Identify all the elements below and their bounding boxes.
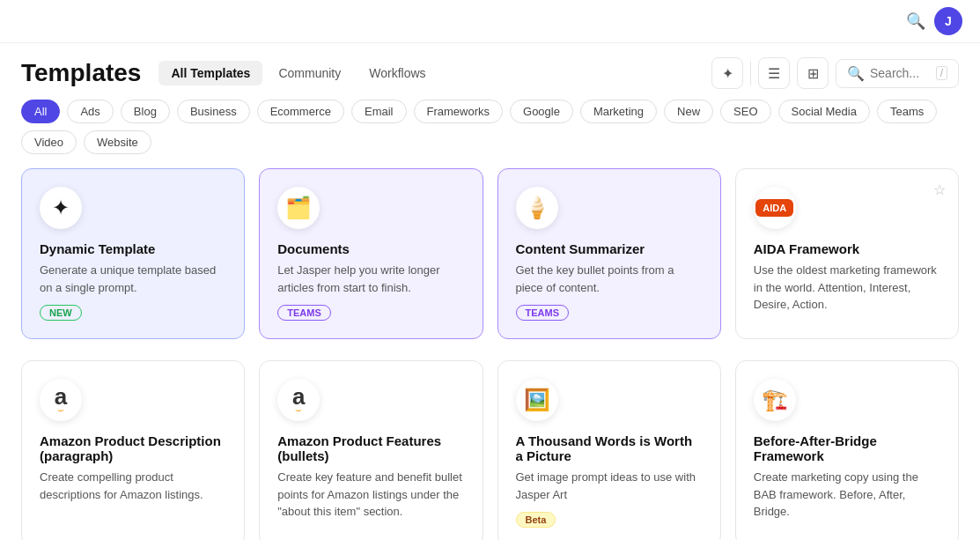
search-input[interactable] xyxy=(870,66,931,80)
search-box[interactable]: 🔍 / xyxy=(836,59,959,88)
header-actions: ✦ ☰ ⊞ 🔍 / xyxy=(711,57,959,89)
filter-ads[interactable]: Ads xyxy=(67,100,113,123)
tab-community[interactable]: Community xyxy=(266,61,353,85)
filter-all[interactable]: All xyxy=(21,100,60,123)
grid-view-btn[interactable]: ⊞ xyxy=(797,57,829,89)
filter-google[interactable]: Google xyxy=(510,100,573,123)
card-icon-amazon: a ⌣ xyxy=(40,379,82,421)
filter-marketing[interactable]: Marketing xyxy=(580,100,657,123)
card-title: Content Summarizer xyxy=(516,241,703,256)
card-icon-cup: 🍦 xyxy=(516,187,558,229)
filter-business[interactable]: Business xyxy=(177,100,250,123)
aida-badge-label: AIDA xyxy=(755,199,793,217)
filter-email[interactable]: Email xyxy=(351,100,407,123)
search-slash: / xyxy=(936,66,947,80)
card-title: Amazon Product Description (paragraph) xyxy=(40,433,226,463)
card-icon-aida: AIDA xyxy=(754,187,796,229)
star-icon[interactable]: ☆ xyxy=(933,181,946,198)
cards-row2: a ⌣ Amazon Product Description (paragrap… xyxy=(0,360,980,540)
filter-social-media[interactable]: Social Media xyxy=(778,100,870,123)
card-icon-sparkle: ✦ xyxy=(40,187,82,229)
tab-all-templates[interactable]: All Templates xyxy=(158,61,262,85)
card-badge-new: NEW xyxy=(40,305,82,321)
card-amazon-product-features[interactable]: a ⌣ Amazon Product Features (bullets) Cr… xyxy=(259,360,483,540)
avatar[interactable]: J xyxy=(934,7,962,35)
top-bar: 🔍 J xyxy=(0,0,980,43)
header: Templates All Templates Community Workfl… xyxy=(0,43,980,100)
card-badge-teams: TEAMS xyxy=(277,305,331,321)
card-desc: Generate a unique template based on a si… xyxy=(40,262,226,296)
card-desc: Get image prompt ideas to use with Jaspe… xyxy=(516,469,703,503)
card-desc: Create key feature and benefit bullet po… xyxy=(277,469,464,521)
cards-row1: ✦ Dynamic Template Generate a unique tem… xyxy=(0,168,980,360)
card-icon-edit: 🗂️ xyxy=(277,187,320,229)
filter-website[interactable]: Website xyxy=(84,130,151,154)
filter-bar: All Ads Blog Business Ecommerce Email Fr… xyxy=(0,100,980,168)
filter-seo[interactable]: SEO xyxy=(720,100,770,123)
card-badge-teams: TEAMS xyxy=(516,305,570,321)
card-desc: Create marketing copy using the BAB fram… xyxy=(754,469,940,521)
search-icon[interactable]: 🔍 xyxy=(906,11,925,31)
tab-workflows[interactable]: Workflows xyxy=(357,61,438,85)
card-aida-framework[interactable]: ☆ AIDA AIDA Framework Use the oldest mar… xyxy=(735,168,959,339)
card-desc: Use the oldest marketing framework in th… xyxy=(754,262,940,314)
card-icon-image: 🖼️ xyxy=(516,379,558,421)
card-dynamic-template[interactable]: ✦ Dynamic Template Generate a unique tem… xyxy=(21,168,245,339)
card-title: Amazon Product Features (bullets) xyxy=(277,433,464,463)
filter-teams[interactable]: Teams xyxy=(877,100,937,123)
filter-new[interactable]: New xyxy=(664,100,713,123)
magic-icon-btn[interactable]: ✦ xyxy=(711,57,743,89)
card-badge-beta: Beta xyxy=(516,512,556,528)
card-content-summarizer[interactable]: 🍦 Content Summarizer Get the key bullet … xyxy=(497,168,721,339)
filter-frameworks[interactable]: Frameworks xyxy=(414,100,504,123)
search-icon-inner: 🔍 xyxy=(847,65,865,82)
header-tabs: All Templates Community Workflows xyxy=(158,61,438,85)
card-icon-amazon2: a ⌣ xyxy=(277,379,320,421)
filter-ecommerce[interactable]: Ecommerce xyxy=(257,100,344,123)
card-amazon-product-desc[interactable]: a ⌣ Amazon Product Description (paragrap… xyxy=(21,360,245,540)
card-bab-framework[interactable]: 🏗️ Before-After-Bridge Framework Create … xyxy=(735,360,959,540)
page-title: Templates xyxy=(21,59,141,87)
filter-video[interactable]: Video xyxy=(21,130,77,154)
filter-blog[interactable]: Blog xyxy=(121,100,170,123)
card-title: AIDA Framework xyxy=(754,241,940,256)
card-desc: Create compelling product descriptions f… xyxy=(40,469,226,503)
card-documents[interactable]: 🗂️ Documents Let Jasper help you write l… xyxy=(259,168,483,339)
list-view-btn[interactable]: ☰ xyxy=(758,57,790,89)
card-thousand-words[interactable]: 🖼️ A Thousand Words is Worth a Picture G… xyxy=(497,360,721,540)
divider xyxy=(750,61,751,85)
card-icon-bridge: 🏗️ xyxy=(754,379,796,421)
card-title: Before-After-Bridge Framework xyxy=(754,433,940,463)
card-desc: Get the key bullet points from a piece o… xyxy=(516,262,703,296)
card-title: Documents xyxy=(277,241,464,256)
card-title: A Thousand Words is Worth a Picture xyxy=(516,433,703,463)
card-title: Dynamic Template xyxy=(40,241,226,256)
card-desc: Let Jasper help you write longer article… xyxy=(277,262,464,296)
